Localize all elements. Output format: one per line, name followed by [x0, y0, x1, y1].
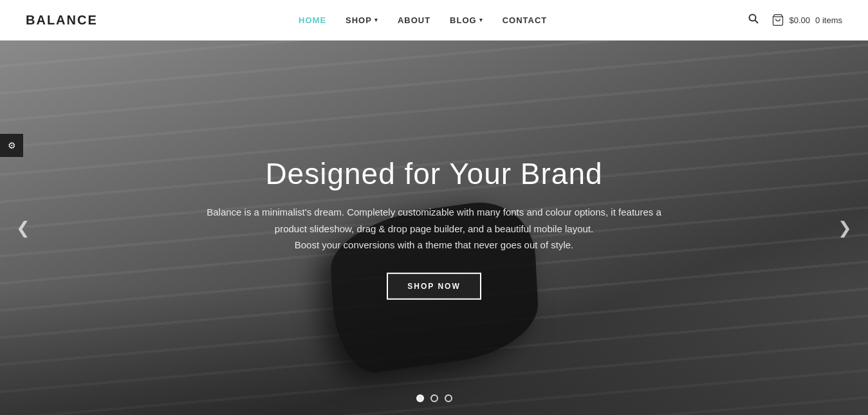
chevron-down-icon: ▾	[479, 17, 483, 23]
shop-now-button[interactable]: SHOP NOW	[387, 272, 481, 299]
slide-dots	[416, 394, 452, 402]
cart-icon	[771, 14, 784, 26]
hero-section: ⚙ ❮ Designed for Your Brand Balance is a…	[0, 41, 868, 415]
chevron-right-icon: ❯	[838, 218, 852, 237]
nav-item-blog[interactable]: BLOG ▾	[450, 15, 483, 25]
header-right: $0.00 0 items	[748, 14, 842, 26]
svg-line-1	[755, 21, 758, 24]
slide-dot-2[interactable]	[430, 394, 438, 402]
cart-price: $0.00	[790, 15, 811, 25]
slide-dot-1[interactable]	[416, 394, 424, 402]
nav-item-about[interactable]: ABOUT	[398, 15, 430, 25]
hero-title: Designed for Your Brand	[177, 156, 692, 191]
hero-description: Balance is a minimalist's dream. Complet…	[177, 204, 692, 254]
settings-button[interactable]: ⚙	[0, 134, 23, 157]
logo[interactable]: BALANCE	[26, 13, 98, 28]
nav-item-shop[interactable]: SHOP ▾	[346, 15, 378, 25]
header: BALANCE HOME SHOP ▾ ABOUT BLOG ▾ CONTACT	[0, 0, 868, 41]
next-slide-button[interactable]: ❯	[831, 212, 858, 244]
cart-items: 0 items	[815, 15, 842, 25]
chevron-left-icon: ❮	[16, 218, 30, 237]
search-icon[interactable]	[748, 14, 759, 26]
svg-point-0	[749, 15, 755, 21]
main-nav: HOME SHOP ▾ ABOUT BLOG ▾ CONTACT	[299, 15, 547, 25]
slide-dot-3[interactable]	[445, 394, 452, 402]
cart-button[interactable]: $0.00 0 items	[771, 14, 842, 26]
hero-content: Designed for Your Brand Balance is a min…	[177, 156, 692, 300]
gear-icon: ⚙	[8, 140, 16, 151]
nav-item-contact[interactable]: CONTACT	[503, 15, 548, 25]
chevron-down-icon: ▾	[374, 17, 378, 23]
nav-item-home[interactable]: HOME	[299, 15, 326, 25]
prev-slide-button[interactable]: ❮	[10, 212, 37, 244]
